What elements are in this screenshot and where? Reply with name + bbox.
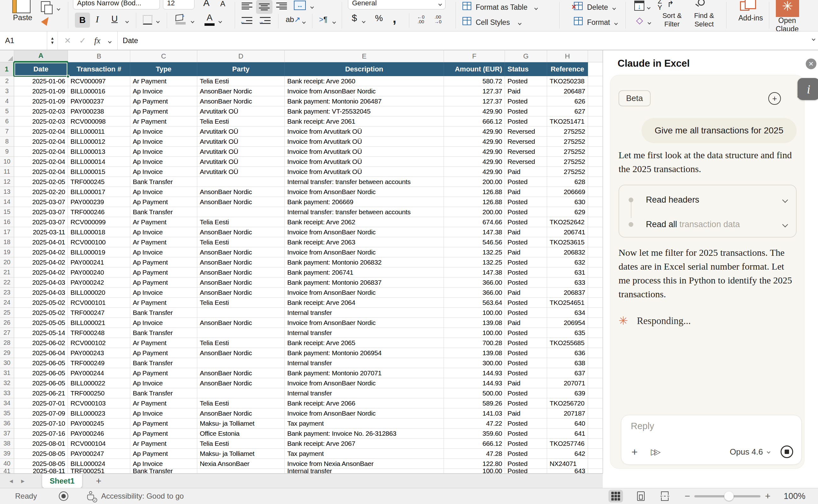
- grid-cell[interactable]: Invoice from AnsonBaer Nordic: [285, 227, 444, 237]
- grid-cell[interactable]: Ap Payment: [130, 257, 197, 267]
- column-header-a[interactable]: A: [14, 50, 68, 62]
- table-row[interactable]: 122025-02-05TRF000245Bank TransferIntern…: [0, 177, 603, 187]
- table-row[interactable]: 412025-08-11TRF000251Bank TransferIntern…: [0, 469, 603, 473]
- grid-cell[interactable]: [588, 449, 603, 459]
- grid-cell[interactable]: BILL000013: [68, 147, 130, 157]
- grid-cell[interactable]: Internal transfer: [285, 328, 444, 338]
- grid-cell[interactable]: 2025-05-02: [14, 298, 68, 308]
- grid-cell[interactable]: BILL000021: [68, 318, 130, 328]
- grid-cell[interactable]: Bank payment: 206669: [285, 197, 444, 207]
- table-row[interactable]: 92025-02-04BILL000013Ap InvoiceArvutitar…: [0, 147, 603, 157]
- grid-cell[interactable]: [588, 257, 603, 267]
- grid-cell[interactable]: [588, 368, 603, 378]
- grid-cell[interactable]: Ap Payment: [130, 267, 197, 277]
- percent-button[interactable]: %: [375, 13, 383, 23]
- grid-cell[interactable]: TRF000250: [68, 388, 130, 398]
- grid-cell[interactable]: [588, 207, 603, 217]
- column-header-b[interactable]: B: [68, 50, 130, 62]
- merge-center-icon[interactable]: ↔: [294, 1, 306, 10]
- grid-cell[interactable]: Arvutitark OÜ: [197, 126, 285, 137]
- grid-cell[interactable]: 2025-05-14: [14, 328, 68, 338]
- grid-cell[interactable]: 2025-07-01: [14, 398, 68, 408]
- table-row[interactable]: 192025-04-02BILL000019Ap InvoiceAnsonBae…: [0, 247, 603, 257]
- fill-down-icon[interactable]: ↓: [634, 1, 644, 11]
- row-number[interactable]: 17: [0, 227, 14, 237]
- header-cell[interactable]: Type: [130, 62, 197, 76]
- fill-handle[interactable]: [66, 75, 70, 78]
- grid-cell[interactable]: Bank payment: Montonio 206487: [285, 96, 444, 106]
- grid-cell[interactable]: 144.93: [444, 368, 505, 378]
- grid-cell[interactable]: 636: [547, 348, 588, 358]
- grid-cell[interactable]: Posted: [505, 207, 547, 217]
- grid-cell[interactable]: TKO256720: [547, 398, 588, 408]
- grid-cell[interactable]: 206954: [547, 318, 588, 328]
- grid-cell[interactable]: Internal transfer: [285, 388, 444, 398]
- grid-cell[interactable]: Bank payment: 206741: [285, 267, 444, 277]
- grid-cell[interactable]: 2025-01-09: [14, 86, 68, 96]
- grid-cell[interactable]: Ar Payment: [130, 338, 197, 348]
- grid-cell[interactable]: AnsonBaer Nordic: [197, 408, 285, 418]
- table-row[interactable]: 322025-06-05BILL000022Ap InvoiceAnsonBae…: [0, 378, 603, 388]
- borders-icon[interactable]: [143, 15, 152, 25]
- grid-cell[interactable]: 628: [547, 177, 588, 187]
- grid-cell[interactable]: Ap Invoice: [130, 187, 197, 197]
- grid-cell[interactable]: Reversed: [505, 157, 547, 167]
- grid-cell[interactable]: Ar Payment: [130, 116, 197, 126]
- grid-cell[interactable]: PAY000239: [68, 197, 130, 207]
- grid-cell[interactable]: 127.37: [444, 96, 505, 106]
- grid-cell[interactable]: AnsonBaer Nordic: [197, 86, 285, 96]
- grid-cell[interactable]: TKO257746: [547, 439, 588, 449]
- grid-cell[interactable]: Invoice from AnsonBaer Nordic: [285, 187, 444, 197]
- grid-cell[interactable]: PAY000247: [68, 449, 130, 459]
- grid-cell[interactable]: [588, 187, 603, 197]
- grid-cell[interactable]: 126.88: [444, 187, 505, 197]
- grid-cell[interactable]: Posted: [505, 398, 547, 408]
- grid-cell[interactable]: 139.08: [444, 348, 505, 358]
- grid-cell[interactable]: [197, 207, 285, 217]
- grid-cell[interactable]: [588, 388, 603, 398]
- grid-cell[interactable]: RCV000102: [68, 338, 130, 348]
- grid-cell[interactable]: 635: [547, 328, 588, 338]
- find-select-button[interactable]: Find & Select: [685, 11, 723, 28]
- grid-cell[interactable]: 629: [547, 207, 588, 217]
- grid-cell[interactable]: PAY000241: [68, 257, 130, 267]
- grid-cell[interactable]: TRF000245: [68, 177, 130, 187]
- grid-cell[interactable]: 2025-08-05: [14, 449, 68, 459]
- reply-input[interactable]: [631, 421, 788, 437]
- grid-cell[interactable]: TKO250238: [547, 76, 588, 86]
- paste-button[interactable]: Paste: [6, 13, 39, 22]
- row-number[interactable]: 12: [0, 177, 14, 187]
- row-number[interactable]: 35: [0, 408, 14, 418]
- grid-cell[interactable]: [588, 96, 603, 106]
- grid-cell[interactable]: 275252: [547, 157, 588, 167]
- grid-cell[interactable]: Invoice from AnsonBaer Nordic: [285, 378, 444, 388]
- grid-cell[interactable]: 275252: [547, 167, 588, 177]
- table-row[interactable]: 172025-03-11BILL000018Ap InvoiceAnsonBae…: [0, 227, 603, 237]
- grid-cell[interactable]: Telia Eesti: [197, 76, 285, 86]
- grid-cell[interactable]: Posted: [505, 257, 547, 267]
- grid-cell[interactable]: Posted: [505, 388, 547, 398]
- grid-cell[interactable]: Posted: [505, 428, 547, 439]
- zoom-slider[interactable]: [694, 495, 760, 497]
- grid-cell[interactable]: Invoice from Arvutitark OÜ: [285, 126, 444, 137]
- grid-cell[interactable]: 2025-07-10: [14, 418, 68, 428]
- grid-cell[interactable]: TRF000247: [68, 308, 130, 318]
- grid-cell[interactable]: 2025-03-11: [14, 227, 68, 237]
- grid-cell[interactable]: Bank Transfer: [130, 207, 197, 217]
- grid-cell[interactable]: 429.90: [444, 157, 505, 167]
- grid-cell[interactable]: RCV000104: [68, 439, 130, 449]
- grid-cell[interactable]: 634: [547, 308, 588, 318]
- grid-cell[interactable]: Internal transfer: [285, 308, 444, 318]
- grid-cell[interactable]: 366.00: [444, 277, 505, 288]
- grid-cell[interactable]: AnsonBaer Nordic: [197, 197, 285, 207]
- grid-cell[interactable]: Posted: [505, 328, 547, 338]
- grid-cell[interactable]: NX24071: [547, 459, 588, 469]
- grid-cell[interactable]: [588, 358, 603, 368]
- grid-cell[interactable]: [588, 288, 603, 298]
- grid-cell[interactable]: 2025-03-07: [14, 217, 68, 227]
- grid-cell[interactable]: Posted: [505, 116, 547, 126]
- grid-cell[interactable]: Ap Invoice: [130, 378, 197, 388]
- header-cell[interactable]: Transaction #: [68, 62, 130, 76]
- grid-cell[interactable]: Ar Payment: [130, 76, 197, 86]
- grid-cell[interactable]: 206741: [547, 227, 588, 237]
